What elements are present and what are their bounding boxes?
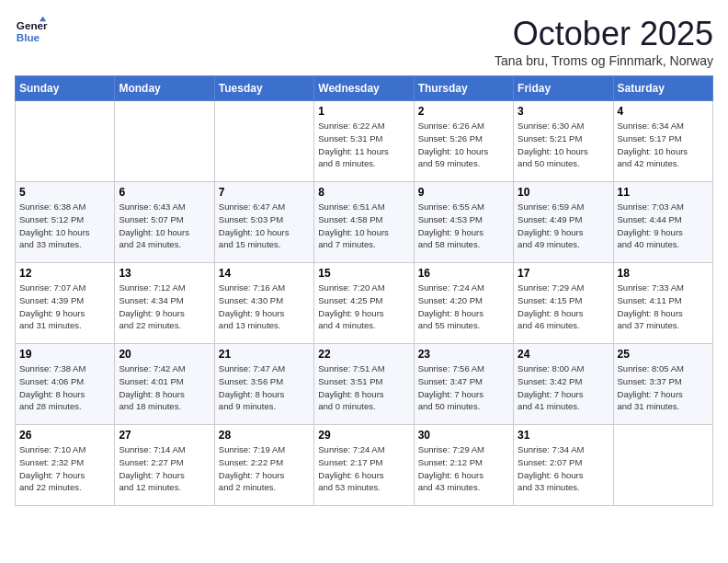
day-info: Sunrise: 7:12 AM Sunset: 4:34 PM Dayligh… xyxy=(119,282,210,332)
calendar-cell: 15Sunrise: 7:20 AM Sunset: 4:25 PM Dayli… xyxy=(314,263,414,344)
day-number: 14 xyxy=(219,267,310,280)
day-number: 2 xyxy=(418,105,509,118)
day-number: 11 xyxy=(618,186,709,199)
day-info: Sunrise: 8:00 AM Sunset: 3:42 PM Dayligh… xyxy=(518,362,609,413)
calendar-cell: 24Sunrise: 8:00 AM Sunset: 3:42 PM Dayli… xyxy=(514,344,613,425)
calendar-cell: 19Sunrise: 7:38 AM Sunset: 4:06 PM Dayli… xyxy=(16,344,115,425)
day-number: 6 xyxy=(119,186,210,199)
day-info: Sunrise: 6:55 AM Sunset: 4:53 PM Dayligh… xyxy=(418,201,509,251)
title-section: October 2025 Tana bru, Troms og Finnmark… xyxy=(495,15,713,68)
week-row-3: 12Sunrise: 7:07 AM Sunset: 4:39 PM Dayli… xyxy=(16,263,713,344)
day-info: Sunrise: 7:24 AM Sunset: 2:17 PM Dayligh… xyxy=(318,443,409,494)
logo: General Blue xyxy=(15,15,48,48)
page-header: General Blue October 2025 Tana bru, Trom… xyxy=(15,15,713,68)
calendar-cell: 13Sunrise: 7:12 AM Sunset: 4:34 PM Dayli… xyxy=(115,263,214,344)
day-info: Sunrise: 7:38 AM Sunset: 4:06 PM Dayligh… xyxy=(19,362,110,413)
calendar-cell: 4Sunrise: 6:34 AM Sunset: 5:17 PM Daylig… xyxy=(613,101,712,182)
column-header-friday: Friday xyxy=(514,76,613,101)
day-number: 31 xyxy=(518,429,609,442)
calendar-cell: 23Sunrise: 7:56 AM Sunset: 3:47 PM Dayli… xyxy=(414,344,513,425)
day-number: 29 xyxy=(318,429,409,442)
day-info: Sunrise: 6:22 AM Sunset: 5:31 PM Dayligh… xyxy=(318,120,409,170)
calendar-cell xyxy=(613,425,712,506)
day-number: 5 xyxy=(19,186,110,199)
day-number: 25 xyxy=(618,348,709,361)
month-title: October 2025 xyxy=(495,15,713,53)
calendar-cell: 28Sunrise: 7:19 AM Sunset: 2:22 PM Dayli… xyxy=(214,425,313,506)
calendar-cell: 10Sunrise: 6:59 AM Sunset: 4:49 PM Dayli… xyxy=(514,182,613,263)
day-info: Sunrise: 7:03 AM Sunset: 4:44 PM Dayligh… xyxy=(618,201,709,251)
calendar-cell: 7Sunrise: 6:47 AM Sunset: 5:03 PM Daylig… xyxy=(214,182,313,263)
day-number: 13 xyxy=(119,267,210,280)
day-number: 1 xyxy=(318,105,409,118)
day-number: 19 xyxy=(19,348,110,361)
column-header-saturday: Saturday xyxy=(613,76,712,101)
day-info: Sunrise: 6:59 AM Sunset: 4:49 PM Dayligh… xyxy=(518,201,609,251)
calendar-cell: 29Sunrise: 7:24 AM Sunset: 2:17 PM Dayli… xyxy=(314,425,414,506)
day-number: 3 xyxy=(518,105,609,118)
day-info: Sunrise: 7:20 AM Sunset: 4:25 PM Dayligh… xyxy=(318,282,409,332)
column-header-thursday: Thursday xyxy=(414,76,513,101)
calendar-cell: 25Sunrise: 8:05 AM Sunset: 3:37 PM Dayli… xyxy=(613,344,712,425)
week-row-2: 5Sunrise: 6:38 AM Sunset: 5:12 PM Daylig… xyxy=(16,182,713,263)
day-number: 22 xyxy=(318,348,409,361)
week-row-5: 26Sunrise: 7:10 AM Sunset: 2:32 PM Dayli… xyxy=(16,425,713,506)
day-number: 24 xyxy=(518,348,609,361)
calendar-cell: 17Sunrise: 7:29 AM Sunset: 4:15 PM Dayli… xyxy=(514,263,613,344)
day-number: 7 xyxy=(219,186,310,199)
day-number: 21 xyxy=(219,348,310,361)
calendar-cell: 12Sunrise: 7:07 AM Sunset: 4:39 PM Dayli… xyxy=(16,263,115,344)
calendar-cell: 9Sunrise: 6:55 AM Sunset: 4:53 PM Daylig… xyxy=(414,182,513,263)
calendar-header-row: SundayMondayTuesdayWednesdayThursdayFrid… xyxy=(16,76,713,101)
day-info: Sunrise: 7:29 AM Sunset: 2:12 PM Dayligh… xyxy=(418,443,509,494)
day-number: 17 xyxy=(518,267,609,280)
calendar-cell: 11Sunrise: 7:03 AM Sunset: 4:44 PM Dayli… xyxy=(613,182,712,263)
day-number: 12 xyxy=(19,267,110,280)
day-number: 9 xyxy=(418,186,509,199)
calendar-cell: 14Sunrise: 7:16 AM Sunset: 4:30 PM Dayli… xyxy=(214,263,313,344)
day-info: Sunrise: 7:19 AM Sunset: 2:22 PM Dayligh… xyxy=(219,443,310,494)
day-number: 4 xyxy=(618,105,709,118)
calendar-cell: 31Sunrise: 7:34 AM Sunset: 2:07 PM Dayli… xyxy=(514,425,613,506)
day-info: Sunrise: 6:47 AM Sunset: 5:03 PM Dayligh… xyxy=(219,201,310,251)
day-number: 8 xyxy=(318,186,409,199)
calendar-cell: 21Sunrise: 7:47 AM Sunset: 3:56 PM Dayli… xyxy=(214,344,313,425)
day-number: 20 xyxy=(119,348,210,361)
calendar-cell: 27Sunrise: 7:14 AM Sunset: 2:27 PM Dayli… xyxy=(115,425,214,506)
day-info: Sunrise: 7:14 AM Sunset: 2:27 PM Dayligh… xyxy=(119,443,210,494)
week-row-4: 19Sunrise: 7:38 AM Sunset: 4:06 PM Dayli… xyxy=(16,344,713,425)
day-info: Sunrise: 6:38 AM Sunset: 5:12 PM Dayligh… xyxy=(19,201,110,251)
day-number: 10 xyxy=(518,186,609,199)
calendar-cell: 16Sunrise: 7:24 AM Sunset: 4:20 PM Dayli… xyxy=(414,263,513,344)
calendar-cell: 18Sunrise: 7:33 AM Sunset: 4:11 PM Dayli… xyxy=(613,263,712,344)
day-info: Sunrise: 7:42 AM Sunset: 4:01 PM Dayligh… xyxy=(119,362,210,413)
location-subtitle: Tana bru, Troms og Finnmark, Norway xyxy=(495,53,713,68)
day-info: Sunrise: 8:05 AM Sunset: 3:37 PM Dayligh… xyxy=(618,362,709,413)
logo-icon: General Blue xyxy=(15,15,48,48)
day-info: Sunrise: 7:56 AM Sunset: 3:47 PM Dayligh… xyxy=(418,362,509,413)
day-info: Sunrise: 7:10 AM Sunset: 2:32 PM Dayligh… xyxy=(19,443,110,494)
day-number: 18 xyxy=(618,267,709,280)
week-row-1: 1Sunrise: 6:22 AM Sunset: 5:31 PM Daylig… xyxy=(16,101,713,182)
day-number: 30 xyxy=(418,429,509,442)
day-info: Sunrise: 7:07 AM Sunset: 4:39 PM Dayligh… xyxy=(19,282,110,332)
calendar-cell: 20Sunrise: 7:42 AM Sunset: 4:01 PM Dayli… xyxy=(115,344,214,425)
calendar-table: SundayMondayTuesdayWednesdayThursdayFrid… xyxy=(15,75,713,506)
day-info: Sunrise: 7:29 AM Sunset: 4:15 PM Dayligh… xyxy=(518,282,609,332)
day-info: Sunrise: 7:16 AM Sunset: 4:30 PM Dayligh… xyxy=(219,282,310,332)
column-header-wednesday: Wednesday xyxy=(314,76,414,101)
day-number: 27 xyxy=(119,429,210,442)
day-info: Sunrise: 6:30 AM Sunset: 5:21 PM Dayligh… xyxy=(518,120,609,170)
day-info: Sunrise: 7:24 AM Sunset: 4:20 PM Dayligh… xyxy=(418,282,509,332)
calendar-cell: 26Sunrise: 7:10 AM Sunset: 2:32 PM Dayli… xyxy=(16,425,115,506)
day-number: 16 xyxy=(418,267,509,280)
day-info: Sunrise: 7:34 AM Sunset: 2:07 PM Dayligh… xyxy=(518,443,609,494)
calendar-cell: 5Sunrise: 6:38 AM Sunset: 5:12 PM Daylig… xyxy=(16,182,115,263)
day-info: Sunrise: 6:34 AM Sunset: 5:17 PM Dayligh… xyxy=(618,120,709,170)
calendar-cell: 2Sunrise: 6:26 AM Sunset: 5:26 PM Daylig… xyxy=(414,101,513,182)
day-number: 15 xyxy=(318,267,409,280)
calendar-cell: 8Sunrise: 6:51 AM Sunset: 4:58 PM Daylig… xyxy=(314,182,414,263)
day-info: Sunrise: 7:47 AM Sunset: 3:56 PM Dayligh… xyxy=(219,362,310,413)
calendar-cell xyxy=(16,101,115,182)
svg-text:Blue: Blue xyxy=(17,31,40,43)
